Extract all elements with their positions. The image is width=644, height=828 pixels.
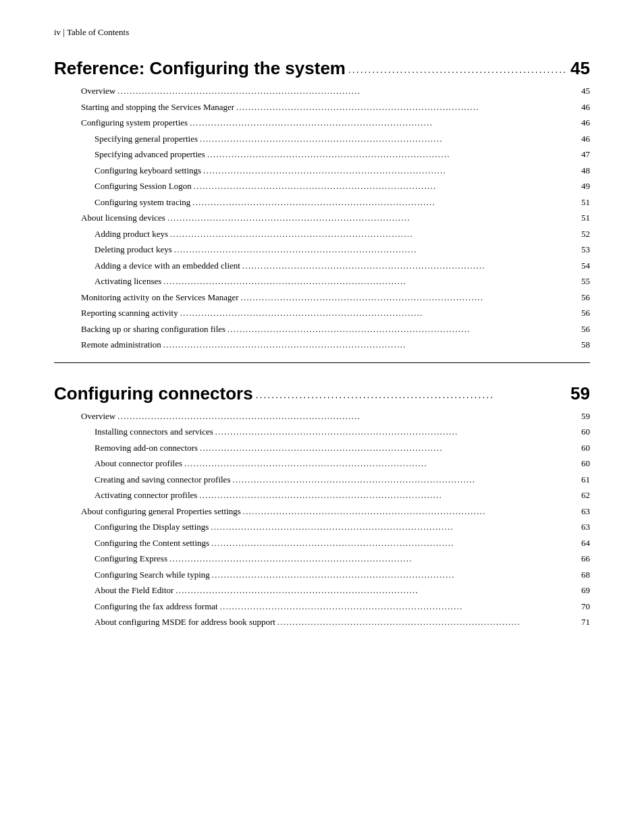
toc-entry: Configuring keyboard settings...........… [54,164,590,177]
entry-page: 64 [581,536,590,550]
entry-dots: ........................................… [212,569,579,581]
toc-entry: Configuring Search while typing.........… [54,568,590,582]
entry-label: Installing connectors and services [95,425,213,439]
toc-entry: Backing up or sharing configuration file… [54,323,590,336]
entry-page: 59 [581,410,590,423]
toc-entry: Overview................................… [54,410,590,423]
section-title-page: 45 [570,58,590,79]
entry-dots: ........................................… [174,244,579,256]
entry-dots: ........................................… [199,489,579,501]
entry-label: Configuring the Display settings [95,520,209,534]
entry-dots: ........................................… [176,584,579,597]
entry-dots: ........................................… [192,196,579,209]
entry-page: 60 [581,425,590,439]
toc-entry: Remote administration...................… [54,338,590,352]
entry-page: 45 [581,84,590,98]
entry-page: 60 [581,457,590,470]
toc-entry: About configuring MSDE for address book … [54,615,590,629]
entry-page: 46 [581,132,590,146]
entry-label: Configuring system tracing [95,196,190,209]
toc-entry: Configuring Express.....................… [54,552,590,565]
toc-container: Reference: Configuring the system.......… [54,58,590,629]
toc-entry: Specifying general properties...........… [54,132,590,146]
entry-page: 63 [581,520,590,534]
entry-page: 54 [581,259,590,273]
toc-entry: Configuring the fax address format......… [54,600,590,613]
toc-entry: Adding a device with an embedded client.… [54,259,590,273]
entry-dots: ........................................… [241,292,579,304]
toc-entry: Installing connectors and services......… [54,425,590,439]
entry-label: Configuring keyboard settings [95,164,201,177]
entry-label: Activating connector profiles [95,489,197,502]
entry-page: 69 [581,584,590,597]
entry-label: Monitoring activity on the Services Mana… [81,291,239,304]
entry-label: Configuring system properties [81,116,188,130]
entry-page: 55 [581,275,590,288]
entry-label: Specifying advanced properties [95,148,205,161]
entry-label: About the Field Editor [95,584,173,597]
toc-entry: Activating connector profiles...........… [54,489,590,502]
entry-dots: ........................................… [170,228,579,240]
entry-label: Configuring Session Logon [95,180,192,193]
entry-label: Creating and saving connector profiles [95,473,230,487]
entry-page: 52 [581,227,590,241]
entry-label: Reporting scanning activity [81,306,178,320]
entry-dots: ........................................… [167,212,579,224]
entry-dots: ........................................… [184,458,579,470]
toc-entry: About connector profiles................… [54,457,590,470]
entry-label: Configuring the fax address format [95,600,218,613]
entry-label: Specifying general properties [95,132,198,146]
entry-page: 56 [581,306,590,320]
toc-entry: About configuring general Properties set… [54,505,590,518]
entry-page: 56 [581,323,590,336]
entry-label: About configuring general Properties set… [81,505,241,518]
toc-entry: Configuring system properties...........… [54,116,590,130]
entry-page: 60 [581,441,590,455]
entry-page: 47 [581,148,590,161]
entry-page: 46 [581,116,590,130]
entry-dots: ........................................… [277,616,579,628]
entry-page: 61 [581,473,590,487]
entry-dots: ........................................… [220,601,579,613]
entry-page: 53 [581,243,590,256]
entry-label: Remote administration [81,338,161,352]
page-header: iv | Table of Contents [54,27,590,38]
entry-label: Starting and stopping the Services Manag… [81,101,234,114]
entry-dots: ........................................… [243,505,579,518]
entry-label: Activating licenses [95,275,161,288]
entry-label: Removing add-on connectors [95,441,198,455]
entry-dots: ........................................… [163,275,579,287]
entry-dots: ........................................… [180,307,579,319]
section-title-page: 59 [570,383,590,404]
entry-label: Deleting product keys [95,243,172,256]
entry-dots: ........................................… [194,180,579,192]
entry-dots: ........................................… [227,323,579,335]
entry-label: Overview [81,84,115,98]
entry-dots: ........................................… [242,260,579,272]
entry-label: Backing up or sharing configuration file… [81,323,225,336]
entry-page: 68 [581,568,590,582]
entry-dots: ........................................… [236,101,579,113]
section-title-section-configure-system: Reference: Configuring the system.......… [54,58,590,79]
entry-dots: ........................................… [163,339,579,351]
toc-entry: Deleting product keys...................… [54,243,590,256]
toc-entry: Adding product keys.....................… [54,227,590,241]
section-title-dots: ........................................… [256,389,568,400]
entry-dots: ........................................… [117,410,579,422]
entry-page: 48 [581,164,590,177]
toc-entry: Creating and saving connector profiles..… [54,473,590,487]
entry-label: Adding a device with an embedded client [95,259,240,273]
entry-page: 70 [581,600,590,613]
entry-dots: ........................................… [117,85,579,97]
toc-entry: Monitoring activity on the Services Mana… [54,291,590,304]
toc-entry: About the Field Editor..................… [54,584,590,597]
entry-dots: ........................................… [232,474,579,486]
section-title-text: Reference: Configuring the system [54,58,346,79]
entry-page: 66 [581,552,590,565]
toc-entry: Configuring the Display settings........… [54,520,590,534]
toc-entry: Reporting scanning activity.............… [54,306,590,320]
entry-page: 51 [581,211,590,225]
toc-entry: Activating licenses.....................… [54,275,590,288]
section-title-text: Configuring connectors [54,383,253,404]
section-title-dots: ........................................… [348,64,568,75]
